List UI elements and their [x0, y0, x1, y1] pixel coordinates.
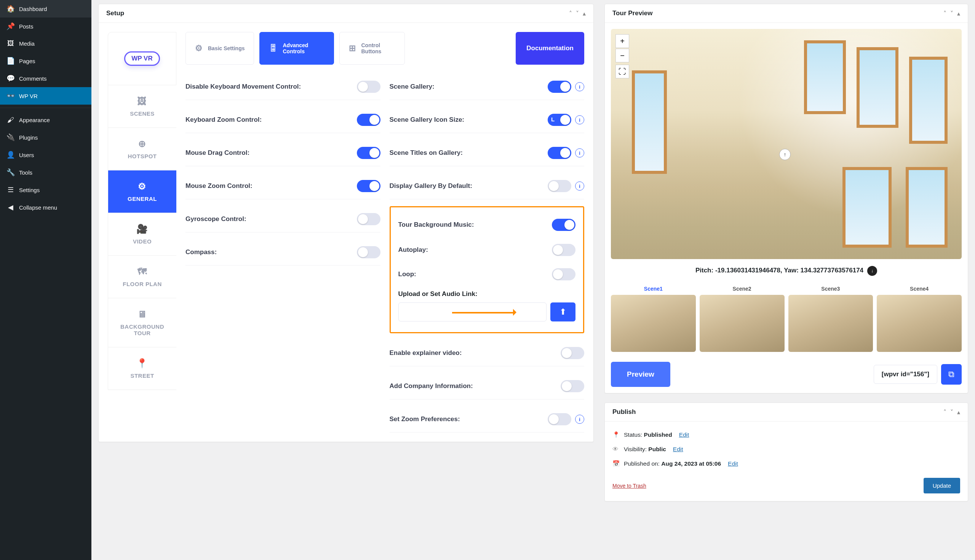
toggle-mouse-zoom[interactable] [357, 180, 380, 192]
scene-thumb-4[interactable]: Scene4 [877, 283, 962, 352]
toggle-display-default[interactable] [548, 180, 571, 192]
setting-bg-music-label: Tour Background Music: [398, 221, 552, 228]
upload-audio-button[interactable]: ⬆ [550, 302, 575, 322]
shortcode-display: [wpvr id="156"] [874, 365, 937, 384]
sidebar-item-label: Plugins [19, 134, 38, 141]
sidebar-item-wpvr[interactable]: 👓WP VR [0, 87, 91, 105]
panorama-viewer[interactable]: + − ⛶ ↑ [611, 29, 962, 259]
media-icon: 🖼 [7, 40, 15, 48]
toggle-mouse-drag[interactable] [357, 147, 380, 159]
documentation-button[interactable]: Documentation [516, 32, 584, 65]
publishedon-value: Aug 24, 2023 at 05:06 [661, 460, 721, 467]
sidebar-item-posts[interactable]: 📌Posts [0, 18, 91, 35]
sidebar-item-settings[interactable]: ☰Settings [0, 181, 91, 198]
sidebar-collapse[interactable]: ◀Collapse menu [0, 198, 91, 216]
move-to-trash-link[interactable]: Move to Trash [612, 483, 646, 489]
panel-collapse-icon[interactable]: ▴ [957, 408, 960, 416]
copy-shortcode-button[interactable]: ⧉ [941, 364, 962, 385]
toggle-scene-gallery[interactable] [548, 81, 571, 93]
preview-button[interactable]: Preview [611, 362, 670, 387]
sidebar-item-pages[interactable]: 📄Pages [0, 52, 91, 70]
sidebar-item-tools[interactable]: 🔧Tools [0, 163, 91, 181]
panel-down-icon[interactable]: ˅ [576, 10, 579, 17]
audio-link-input[interactable] [398, 302, 547, 322]
setting-explainer-label: Enable explainer video: [390, 349, 561, 357]
upload-audio-label: Upload or Set Audio Link: [398, 290, 576, 298]
vtab-street[interactable]: 📍STREET [108, 347, 176, 390]
panel-down-icon[interactable]: ˅ [950, 10, 953, 17]
sidebar-item-plugins[interactable]: 🔌Plugins [0, 128, 91, 146]
street-icon: 📍 [136, 358, 148, 368]
download-icon[interactable]: ↓ [867, 266, 877, 276]
plugins-icon: 🔌 [7, 133, 15, 142]
setting-compass-label: Compass: [186, 248, 357, 256]
toggle-loop[interactable] [552, 268, 575, 280]
toggle-company[interactable] [560, 380, 584, 392]
tools-icon: 🔧 [7, 168, 15, 177]
tab-control-buttons[interactable]: ⊞Control Buttons [339, 32, 405, 65]
sidebar-item-media[interactable]: 🖼Media [0, 35, 91, 52]
setting-mouse-drag-label: Mouse Drag Control: [186, 149, 357, 157]
sidebar-item-appearance[interactable]: 🖌Appearance [0, 112, 91, 128]
setting-autoplay-label: Autoplay: [398, 246, 552, 254]
toggle-explainer[interactable] [560, 347, 584, 359]
panel-up-icon[interactable]: ˄ [943, 10, 947, 17]
help-icon[interactable]: i [575, 148, 584, 158]
zoom-in-button[interactable]: + [615, 34, 629, 48]
vtab-hotspot[interactable]: ⊕HOTSPOT [108, 128, 176, 170]
scene-thumb-3[interactable]: Scene3 [788, 283, 873, 352]
edit-date-link[interactable]: Edit [728, 460, 738, 467]
toggle-gyro[interactable] [357, 213, 380, 225]
help-icon[interactable]: i [575, 182, 584, 191]
hotspot-marker[interactable]: ↑ [779, 149, 791, 160]
dashboard-icon: 🏠 [7, 5, 15, 13]
scene-thumb-1[interactable]: Scene1 [611, 283, 696, 352]
zoom-out-button[interactable]: − [615, 49, 629, 62]
toggle-titles-gallery[interactable] [548, 147, 571, 159]
vtab-video[interactable]: 🎥VIDEO [108, 213, 176, 256]
panel-title: Setup [106, 10, 569, 17]
help-icon[interactable]: i [575, 82, 584, 91]
pages-icon: 📄 [7, 57, 15, 65]
toggle-icon-size[interactable] [548, 114, 571, 126]
publish-panel: Publish ˄ ˅ ▴ 📍Status: PublishedEdit 👁Vi… [604, 402, 968, 502]
sidebar-item-users[interactable]: 👤Users [0, 146, 91, 163]
toggle-disable-kb[interactable] [357, 81, 380, 93]
panel-collapse-icon[interactable]: ▴ [957, 10, 960, 17]
panel-down-icon[interactable]: ˅ [950, 408, 953, 416]
setting-titles-gallery-label: Scene Titles on Gallery: [390, 149, 548, 157]
sidebar-item-label: Pages [19, 58, 35, 64]
fullscreen-button[interactable]: ⛶ [615, 65, 629, 78]
update-button[interactable]: Update [923, 478, 960, 493]
toggle-bg-music[interactable] [552, 219, 575, 231]
tab-advanced-controls[interactable]: 🎛Advanced Controls [259, 32, 334, 65]
vtab-scenes[interactable]: 🖼SCENES [108, 85, 176, 128]
toggle-kb-zoom[interactable] [357, 114, 380, 126]
sidebar-item-label: WP VR [19, 93, 38, 99]
tab-basic-settings[interactable]: ⚙Basic Settings [186, 32, 254, 65]
sidebar-item-comments[interactable]: 💬Comments [0, 70, 91, 87]
toggle-compass[interactable] [357, 246, 380, 258]
scene-thumb-2[interactable]: Scene2 [700, 283, 784, 352]
setting-icon-size-label: Scene Gallery Icon Size: [390, 116, 548, 123]
toggle-zoom-pref[interactable] [548, 413, 571, 425]
panel-up-icon[interactable]: ˄ [943, 408, 947, 416]
vtab-bgtour[interactable]: 🖥BACKGROUND TOUR [108, 298, 176, 347]
setting-company-label: Add Company Information: [390, 382, 561, 390]
panel-up-icon[interactable]: ˄ [569, 10, 572, 17]
vtab-floorplan[interactable]: 🗺FLOOR PLAN [108, 256, 176, 298]
collapse-icon: ◀ [7, 203, 15, 212]
wpvr-logo: WP VR [108, 32, 176, 85]
sidebar-item-dashboard[interactable]: 🏠Dashboard [0, 0, 91, 18]
edit-visibility-link[interactable]: Edit [673, 446, 683, 453]
users-icon: 👤 [7, 151, 15, 159]
vtab-general[interactable]: ⚙GENERAL [108, 170, 176, 213]
toggle-autoplay[interactable] [552, 244, 575, 256]
setting-display-default-label: Display Gallery By Default: [390, 182, 548, 190]
panel-collapse-icon[interactable]: ▴ [583, 10, 586, 17]
edit-status-link[interactable]: Edit [679, 432, 689, 438]
help-icon[interactable]: i [575, 415, 584, 424]
help-icon[interactable]: i [575, 115, 584, 124]
map-icon: 🗺 [137, 266, 147, 277]
settings-icon: ☰ [7, 186, 15, 194]
